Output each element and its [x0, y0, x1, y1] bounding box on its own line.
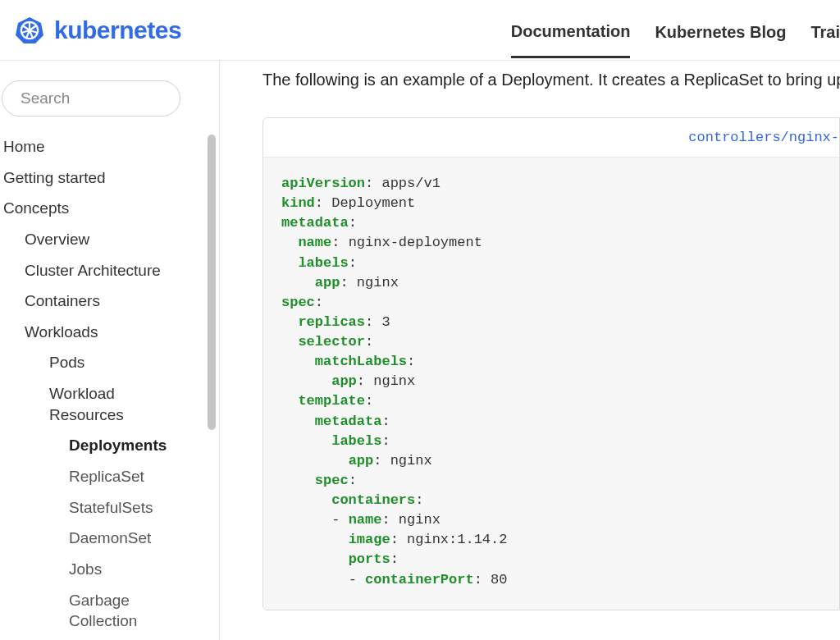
content: The following is an example of a Deploym…: [220, 61, 840, 640]
sidebar-item-home[interactable]: Home: [0, 131, 206, 162]
code-card-header: controllers/nginx-: [263, 118, 839, 157]
sidebar-item-pods[interactable]: Pods: [0, 347, 206, 378]
search-box[interactable]: [2, 80, 180, 117]
sidebar-scrollbar[interactable]: [208, 135, 216, 637]
sidebar-item-containers[interactable]: Containers: [0, 286, 206, 317]
sidebar-item-garbage-collection[interactable]: Garbage Collection: [0, 585, 115, 637]
sidebar-scrollbar-thumb[interactable]: [208, 135, 216, 430]
sidebar-item-cluster-architecture[interactable]: Cluster Architecture: [0, 255, 206, 286]
sidebar-item-deployments[interactable]: Deployments: [0, 430, 206, 461]
svg-point-10: [28, 28, 32, 32]
sidebar-item-statefulsets[interactable]: StatefulSets: [0, 492, 206, 523]
sidebar-item-overview[interactable]: Overview: [0, 224, 206, 255]
nav-training[interactable]: Trai: [810, 3, 840, 57]
sidebar-item-concepts[interactable]: Concepts: [0, 193, 206, 224]
brand-name: kubernetes: [54, 16, 181, 44]
brand[interactable]: kubernetes: [15, 16, 181, 45]
kubernetes-logo-icon: [15, 16, 44, 45]
sidebar-item-workload-resources[interactable]: Workload Resources: [0, 378, 146, 430]
sidebar-item-workloads[interactable]: Workloads: [0, 317, 206, 348]
yaml-code-block: apiVersion: apps/v1 kind: Deployment met…: [263, 157, 839, 610]
nav-blog[interactable]: Kubernetes Blog: [655, 3, 786, 57]
intro-text: The following is an example of a Deploym…: [262, 71, 840, 89]
top-nav: Documentation Kubernetes Blog Trai: [511, 0, 840, 60]
search-input[interactable]: [21, 89, 215, 107]
sidebar-item-jobs[interactable]: Jobs: [0, 554, 206, 585]
sidebar-item-ttl-controller[interactable]: TTL Controller: [0, 637, 206, 640]
sidebar: Home Getting started Concepts Overview C…: [0, 61, 220, 640]
code-card: controllers/nginx- apiVersion: apps/v1 k…: [262, 117, 840, 610]
file-link[interactable]: controllers/nginx-: [688, 130, 839, 145]
sidebar-item-getting-started[interactable]: Getting started: [0, 162, 206, 194]
nav-documentation[interactable]: Documentation: [511, 2, 631, 58]
sidebar-item-daemonset[interactable]: DaemonSet: [0, 523, 206, 554]
sidebar-item-replicaset[interactable]: ReplicaSet: [0, 461, 206, 492]
top-bar: kubernetes Documentation Kubernetes Blog…: [0, 0, 840, 61]
sidebar-scroll: Home Getting started Concepts Overview C…: [0, 131, 219, 640]
